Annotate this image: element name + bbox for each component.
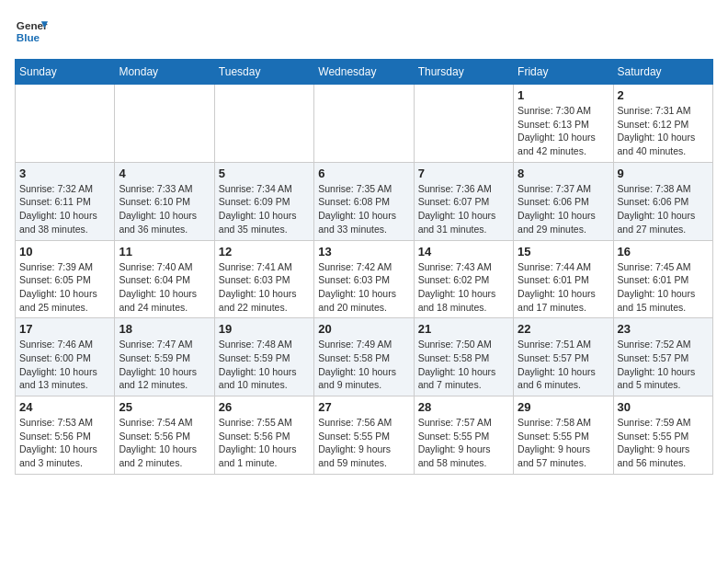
calendar-cell: 21Sunrise: 7:50 AM Sunset: 5:58 PM Dayli… bbox=[414, 318, 513, 396]
weekday-header-saturday: Saturday bbox=[613, 60, 712, 85]
day-number: 6 bbox=[318, 167, 409, 180]
day-number: 27 bbox=[318, 400, 409, 414]
weekday-header-row: SundayMondayTuesdayWednesdayThursdayFrid… bbox=[16, 60, 713, 85]
weekday-header-friday: Friday bbox=[514, 60, 613, 85]
calendar-cell: 13Sunrise: 7:42 AM Sunset: 6:03 PM Dayli… bbox=[314, 240, 414, 318]
svg-text:Blue: Blue bbox=[17, 31, 40, 43]
day-info: Sunrise: 7:58 AM Sunset: 5:55 PM Dayligh… bbox=[518, 416, 609, 470]
calendar-cell bbox=[214, 85, 313, 163]
calendar-cell: 22Sunrise: 7:51 AM Sunset: 5:57 PM Dayli… bbox=[514, 318, 613, 396]
calendar-cell: 4Sunrise: 7:33 AM Sunset: 6:10 PM Daylig… bbox=[115, 162, 214, 240]
day-info: Sunrise: 7:31 AM Sunset: 6:12 PM Dayligh… bbox=[618, 104, 709, 158]
calendar-table: SundayMondayTuesdayWednesdayThursdayFrid… bbox=[15, 59, 713, 475]
day-number: 11 bbox=[119, 245, 210, 259]
day-number: 26 bbox=[219, 400, 310, 414]
day-number: 10 bbox=[19, 245, 110, 259]
calendar-cell: 23Sunrise: 7:52 AM Sunset: 5:57 PM Dayli… bbox=[613, 318, 712, 396]
day-number: 24 bbox=[19, 400, 110, 414]
calendar-cell: 24Sunrise: 7:53 AM Sunset: 5:56 PM Dayli… bbox=[16, 396, 115, 475]
calendar-cell bbox=[314, 85, 414, 163]
day-number: 20 bbox=[318, 322, 409, 336]
calendar-cell bbox=[414, 85, 513, 163]
day-info: Sunrise: 7:34 AM Sunset: 6:09 PM Dayligh… bbox=[219, 182, 310, 236]
calendar-cell: 16Sunrise: 7:45 AM Sunset: 6:01 PM Dayli… bbox=[613, 240, 712, 318]
calendar-cell: 25Sunrise: 7:54 AM Sunset: 5:56 PM Dayli… bbox=[115, 396, 214, 475]
day-number: 30 bbox=[618, 400, 709, 414]
calendar-cell bbox=[115, 85, 214, 163]
calendar-cell: 1Sunrise: 7:30 AM Sunset: 6:13 PM Daylig… bbox=[514, 85, 613, 163]
calendar-week-row: 24Sunrise: 7:53 AM Sunset: 5:56 PM Dayli… bbox=[16, 396, 713, 475]
day-info: Sunrise: 7:52 AM Sunset: 5:57 PM Dayligh… bbox=[618, 338, 709, 392]
weekday-header-wednesday: Wednesday bbox=[314, 60, 414, 85]
weekday-header-thursday: Thursday bbox=[414, 60, 513, 85]
day-info: Sunrise: 7:42 AM Sunset: 6:03 PM Dayligh… bbox=[318, 260, 409, 315]
day-info: Sunrise: 7:56 AM Sunset: 5:55 PM Dayligh… bbox=[318, 416, 409, 470]
day-number: 16 bbox=[618, 245, 709, 259]
calendar-cell: 18Sunrise: 7:47 AM Sunset: 5:59 PM Dayli… bbox=[115, 318, 214, 396]
day-number: 15 bbox=[518, 245, 609, 259]
day-number: 8 bbox=[518, 167, 609, 180]
day-number: 22 bbox=[518, 322, 609, 336]
logo-icon: General Blue bbox=[15, 15, 48, 48]
day-number: 12 bbox=[219, 245, 310, 259]
day-number: 9 bbox=[618, 167, 709, 180]
calendar-cell: 5Sunrise: 7:34 AM Sunset: 6:09 PM Daylig… bbox=[214, 162, 313, 240]
day-info: Sunrise: 7:46 AM Sunset: 6:00 PM Dayligh… bbox=[19, 338, 110, 392]
calendar-cell: 30Sunrise: 7:59 AM Sunset: 5:55 PM Dayli… bbox=[613, 396, 712, 475]
weekday-header-sunday: Sunday bbox=[16, 60, 115, 85]
page-header: General Blue bbox=[15, 15, 713, 48]
day-info: Sunrise: 7:51 AM Sunset: 5:57 PM Dayligh… bbox=[518, 338, 609, 392]
day-info: Sunrise: 7:55 AM Sunset: 5:56 PM Dayligh… bbox=[219, 416, 310, 470]
day-number: 1 bbox=[518, 88, 609, 102]
day-number: 23 bbox=[618, 322, 709, 336]
day-info: Sunrise: 7:54 AM Sunset: 5:56 PM Dayligh… bbox=[119, 416, 210, 470]
day-info: Sunrise: 7:30 AM Sunset: 6:13 PM Dayligh… bbox=[518, 104, 609, 158]
calendar-cell: 15Sunrise: 7:44 AM Sunset: 6:01 PM Dayli… bbox=[514, 240, 613, 318]
day-info: Sunrise: 7:53 AM Sunset: 5:56 PM Dayligh… bbox=[19, 416, 110, 470]
logo: General Blue bbox=[15, 15, 48, 48]
day-info: Sunrise: 7:59 AM Sunset: 5:55 PM Dayligh… bbox=[618, 416, 709, 470]
day-info: Sunrise: 7:35 AM Sunset: 6:08 PM Dayligh… bbox=[318, 182, 409, 236]
day-info: Sunrise: 7:40 AM Sunset: 6:04 PM Dayligh… bbox=[119, 260, 210, 315]
day-number: 21 bbox=[418, 322, 509, 336]
day-info: Sunrise: 7:33 AM Sunset: 6:10 PM Dayligh… bbox=[119, 182, 210, 236]
day-number: 29 bbox=[518, 400, 609, 414]
day-info: Sunrise: 7:44 AM Sunset: 6:01 PM Dayligh… bbox=[518, 260, 609, 315]
day-number: 4 bbox=[119, 167, 210, 180]
day-number: 19 bbox=[219, 322, 310, 336]
calendar-cell: 17Sunrise: 7:46 AM Sunset: 6:00 PM Dayli… bbox=[16, 318, 115, 396]
calendar-cell: 8Sunrise: 7:37 AM Sunset: 6:06 PM Daylig… bbox=[514, 162, 613, 240]
calendar-cell: 14Sunrise: 7:43 AM Sunset: 6:02 PM Dayli… bbox=[414, 240, 513, 318]
day-info: Sunrise: 7:32 AM Sunset: 6:11 PM Dayligh… bbox=[19, 182, 110, 236]
calendar-week-row: 10Sunrise: 7:39 AM Sunset: 6:05 PM Dayli… bbox=[16, 240, 713, 318]
day-info: Sunrise: 7:50 AM Sunset: 5:58 PM Dayligh… bbox=[418, 338, 509, 392]
calendar-week-row: 17Sunrise: 7:46 AM Sunset: 6:00 PM Dayli… bbox=[16, 318, 713, 396]
day-info: Sunrise: 7:45 AM Sunset: 6:01 PM Dayligh… bbox=[618, 260, 709, 315]
calendar-cell: 2Sunrise: 7:31 AM Sunset: 6:12 PM Daylig… bbox=[613, 85, 712, 163]
calendar-cell: 19Sunrise: 7:48 AM Sunset: 5:59 PM Dayli… bbox=[214, 318, 313, 396]
day-number: 17 bbox=[19, 322, 110, 336]
day-info: Sunrise: 7:48 AM Sunset: 5:59 PM Dayligh… bbox=[219, 338, 310, 392]
calendar-cell: 9Sunrise: 7:38 AM Sunset: 6:06 PM Daylig… bbox=[613, 162, 712, 240]
calendar-cell: 27Sunrise: 7:56 AM Sunset: 5:55 PM Dayli… bbox=[314, 396, 414, 475]
day-number: 14 bbox=[418, 245, 509, 259]
calendar-week-row: 3Sunrise: 7:32 AM Sunset: 6:11 PM Daylig… bbox=[16, 162, 713, 240]
day-info: Sunrise: 7:37 AM Sunset: 6:06 PM Dayligh… bbox=[518, 182, 609, 236]
calendar-cell: 3Sunrise: 7:32 AM Sunset: 6:11 PM Daylig… bbox=[16, 162, 115, 240]
day-info: Sunrise: 7:39 AM Sunset: 6:05 PM Dayligh… bbox=[19, 260, 110, 315]
calendar-cell: 11Sunrise: 7:40 AM Sunset: 6:04 PM Dayli… bbox=[115, 240, 214, 318]
day-info: Sunrise: 7:49 AM Sunset: 5:58 PM Dayligh… bbox=[318, 338, 409, 392]
day-number: 13 bbox=[318, 245, 409, 259]
svg-text:General: General bbox=[17, 19, 48, 31]
calendar-cell: 26Sunrise: 7:55 AM Sunset: 5:56 PM Dayli… bbox=[214, 396, 313, 475]
calendar-cell bbox=[16, 85, 115, 163]
day-number: 7 bbox=[418, 167, 509, 180]
calendar-cell: 10Sunrise: 7:39 AM Sunset: 6:05 PM Dayli… bbox=[16, 240, 115, 318]
calendar-cell: 6Sunrise: 7:35 AM Sunset: 6:08 PM Daylig… bbox=[314, 162, 414, 240]
day-number: 5 bbox=[219, 167, 310, 180]
day-number: 3 bbox=[19, 167, 110, 180]
day-number: 25 bbox=[119, 400, 210, 414]
day-info: Sunrise: 7:36 AM Sunset: 6:07 PM Dayligh… bbox=[418, 182, 509, 236]
weekday-header-monday: Monday bbox=[115, 60, 214, 85]
day-info: Sunrise: 7:57 AM Sunset: 5:55 PM Dayligh… bbox=[418, 416, 509, 470]
